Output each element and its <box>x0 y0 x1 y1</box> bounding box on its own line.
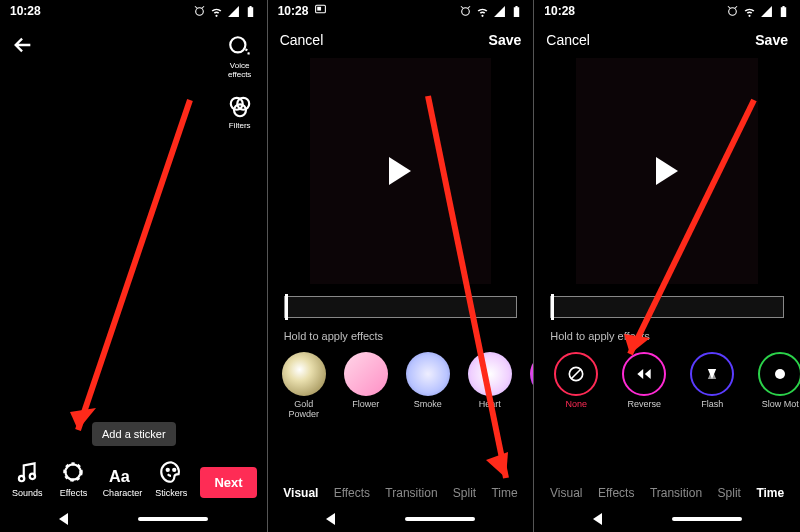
signal-icon <box>760 5 773 18</box>
tab-visual[interactable]: Visual <box>283 486 318 500</box>
video-preview[interactable] <box>576 58 758 284</box>
play-icon <box>656 157 678 185</box>
android-nav <box>0 506 267 532</box>
timeline-cursor[interactable] <box>551 294 554 320</box>
gold-powder-icon <box>282 352 326 396</box>
cancel-button[interactable]: Cancel <box>280 32 324 48</box>
status-bar: 10:28 <box>268 0 534 22</box>
tab-time[interactable]: Time <box>756 486 784 500</box>
battery-icon <box>777 5 790 18</box>
effect-flash[interactable]: Flash <box>686 352 738 420</box>
effect-neon[interactable]: Neon <box>526 352 534 420</box>
timeline-cursor[interactable] <box>285 294 288 320</box>
play-icon <box>389 157 411 185</box>
svg-rect-14 <box>318 7 322 11</box>
timeline[interactable] <box>550 296 784 318</box>
svg-point-23 <box>775 369 785 379</box>
nav-home[interactable] <box>405 517 475 521</box>
effect-none[interactable]: None <box>550 352 602 420</box>
tab-effects[interactable]: Effects <box>334 486 370 500</box>
effect-slow-motion[interactable]: Slow Mot <box>754 352 800 420</box>
sticker-tooltip: Add a sticker <box>92 422 176 446</box>
timeline[interactable] <box>284 296 518 318</box>
alarm-icon <box>459 5 472 18</box>
heart-icon <box>468 352 512 396</box>
nav-back[interactable] <box>326 513 335 525</box>
wifi-icon <box>476 5 489 18</box>
svg-point-9 <box>167 469 169 471</box>
save-button[interactable]: Save <box>489 32 522 48</box>
effects-icon <box>60 459 86 485</box>
music-icon <box>14 459 40 485</box>
next-button[interactable]: Next <box>200 467 256 498</box>
tab-transition[interactable]: Transition <box>385 486 437 500</box>
nav-back[interactable] <box>593 513 602 525</box>
effect-reverse[interactable]: Reverse <box>618 352 670 420</box>
effect-smoke[interactable]: Smoke <box>402 352 454 420</box>
svg-marker-20 <box>645 369 651 379</box>
hold-hint: Hold to apply effects <box>550 330 649 342</box>
status-time: 10:28 <box>10 4 41 18</box>
svg-marker-19 <box>638 369 644 379</box>
status-time: 10:28 <box>544 4 575 18</box>
tab-time[interactable]: Time <box>491 486 517 500</box>
hold-hint: Hold to apply effects <box>284 330 383 342</box>
filters-button[interactable]: Filters <box>219 94 261 131</box>
reverse-icon <box>622 352 666 396</box>
back-button[interactable] <box>12 34 34 60</box>
slow-motion-icon <box>758 352 800 396</box>
tutorial-arrow <box>40 90 210 470</box>
status-time: 10:28 <box>278 4 309 18</box>
flash-icon <box>690 352 734 396</box>
signal-icon <box>493 5 506 18</box>
video-preview[interactable] <box>310 58 492 284</box>
stickers-button[interactable]: Stickers <box>154 459 188 498</box>
status-icons <box>193 5 257 18</box>
voice-effects-button[interactable]: Voice effects <box>219 34 261 80</box>
effect-flower[interactable]: Flower <box>340 352 392 420</box>
status-bar: 10:28 <box>0 0 267 22</box>
character-button[interactable]: Aa Character <box>103 463 143 498</box>
save-button[interactable]: Save <box>755 32 788 48</box>
tab-transition[interactable]: Transition <box>650 486 702 500</box>
filters-icon <box>227 94 253 120</box>
tab-visual[interactable]: Visual <box>550 486 582 500</box>
flower-icon <box>344 352 388 396</box>
signal-icon <box>227 5 240 18</box>
nav-home[interactable] <box>672 517 742 521</box>
svg-line-11 <box>78 100 190 430</box>
back-arrow-icon <box>12 34 34 56</box>
screen-b-visual-effects: 10:28 Cancel Save Hold to apply effects … <box>267 0 534 532</box>
wifi-icon <box>743 5 756 18</box>
wifi-icon <box>210 5 223 18</box>
cancel-button[interactable]: Cancel <box>546 32 590 48</box>
sounds-button[interactable]: Sounds <box>10 459 44 498</box>
svg-line-18 <box>571 369 581 379</box>
screen-c-time-effects: 10:28 Cancel Save Hold to apply effects … <box>533 0 800 532</box>
effect-heart[interactable]: Heart <box>464 352 516 420</box>
android-nav <box>268 506 534 532</box>
nav-home[interactable] <box>138 517 208 521</box>
svg-point-7 <box>66 464 81 479</box>
svg-text:Aa: Aa <box>109 467 131 485</box>
battery-icon <box>244 5 257 18</box>
none-icon <box>554 352 598 396</box>
tab-split[interactable]: Split <box>718 486 741 500</box>
tab-split[interactable]: Split <box>453 486 476 500</box>
svg-point-4 <box>19 476 24 481</box>
cast-icon <box>314 3 327 19</box>
text-icon: Aa <box>109 463 135 485</box>
alarm-icon <box>193 5 206 18</box>
svg-point-5 <box>30 474 35 479</box>
voice-effects-icon <box>227 34 253 60</box>
effect-gold-powder[interactable]: GoldPowder <box>278 352 330 420</box>
effects-button[interactable]: Effects <box>56 459 90 498</box>
battery-icon <box>510 5 523 18</box>
android-nav <box>534 506 800 532</box>
svg-point-10 <box>173 469 175 471</box>
nav-back[interactable] <box>59 513 68 525</box>
tab-effects[interactable]: Effects <box>598 486 634 500</box>
screen-a-record: 10:28 Voice effects Filters Add a sticke… <box>0 0 267 532</box>
sticker-icon <box>158 459 184 485</box>
svg-marker-16 <box>486 452 508 478</box>
